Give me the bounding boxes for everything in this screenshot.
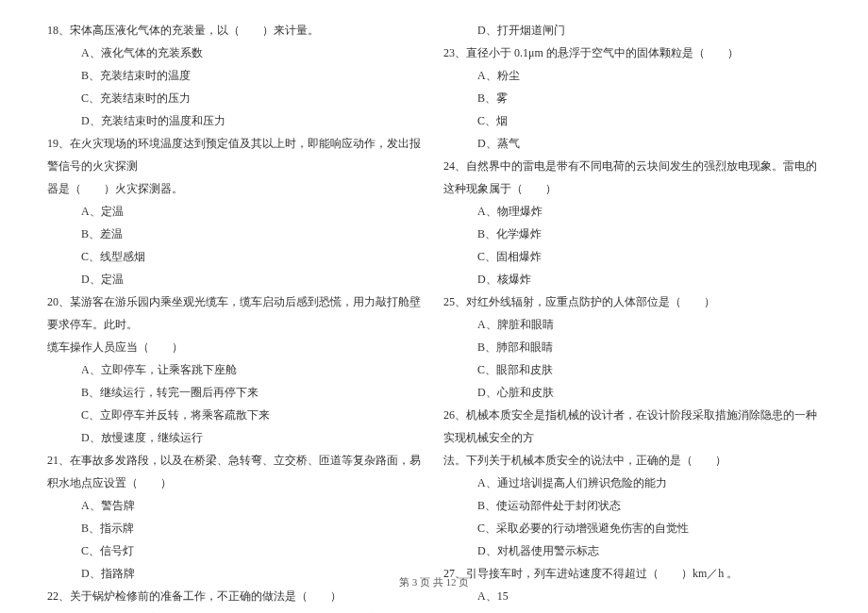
q18-text: 18、宋体高压液化气体的充装量，以（ ）来计量。: [47, 19, 425, 41]
q24-opt-b: B、化学爆炸: [443, 223, 821, 245]
q20-opt-b: B、继续运行，转完一圈后再停下来: [47, 381, 425, 404]
q19-opt-d: D、定温: [47, 268, 425, 290]
q19-opt-a: A、定温: [47, 200, 425, 223]
q21-opt-d: D、指路牌: [47, 562, 425, 585]
q23-text: 23、直径小于 0.1μm 的悬浮于空气中的固体颗粒是（ ）: [443, 41, 821, 64]
q24-opt-c: C、固相爆炸: [443, 245, 821, 268]
q18-opt-b: B、充装结束时的温度: [47, 64, 425, 87]
q20-line1: 20、某游客在游乐园内乘坐观光缆车，缆车启动后感到恐慌，用力敲打舱壁要求停车。此…: [47, 290, 425, 336]
q27-opt-a: A、15: [443, 585, 821, 607]
q27-text: 27、引导接车时，列车进站速度不得超过（ ）km／h 。: [443, 562, 821, 585]
q24-opt-a: A、物理爆炸: [443, 200, 821, 223]
q23-opt-b: B、雾: [443, 87, 821, 109]
q22-opt-d: D、打开烟道闸门: [443, 19, 821, 41]
q23-opt-c: C、烟: [443, 109, 821, 132]
exam-page: 18、宋体高压液化气体的充装量，以（ ）来计量。 A、液化气体的充装系数 B、充…: [0, 0, 868, 566]
q22-text: 22、关于锅炉检修前的准备工作，不正确的做法是（ ）: [47, 585, 425, 607]
q20-opt-c: C、立即停车并反转，将乘客疏散下来: [47, 404, 425, 426]
q21-opt-a: A、警告牌: [47, 494, 425, 517]
q26-opt-a: A、通过培训提高人们辨识危险的能力: [443, 472, 821, 494]
q21-opt-b: B、指示牌: [47, 517, 425, 539]
q19-line2: 器是（ ）火灾探测器。: [47, 177, 425, 200]
q26-opt-c: C、采取必要的行动增强避免伤害的自觉性: [443, 517, 821, 539]
q19-opt-c: C、线型感烟: [47, 245, 425, 268]
q24-opt-d: D、核爆炸: [443, 268, 821, 290]
q23-opt-a: A、粉尘: [443, 64, 821, 87]
q20-opt-a: A、立即停车，让乘客跳下座舱: [47, 358, 425, 381]
q25-opt-d: D、心脏和皮肤: [443, 381, 821, 404]
q18-opt-d: D、充装结束时的温度和压力: [47, 109, 425, 132]
q19-opt-b: B、差温: [47, 223, 425, 245]
q20-line2: 缆车操作人员应当（ ）: [47, 336, 425, 358]
left-column: 18、宋体高压液化气体的充装量，以（ ）来计量。 A、液化气体的充装系数 B、充…: [38, 19, 434, 566]
q26-line2: 法。下列关于机械本质安全的说法中，正确的是（ ）: [443, 449, 821, 472]
q25-text: 25、对红外线辐射，应重点防护的人体部位是（ ）: [443, 290, 821, 313]
right-column: D、打开烟道闸门 23、直径小于 0.1μm 的悬浮于空气中的固体颗粒是（ ） …: [434, 19, 830, 566]
q26-line1: 26、机械本质安全是指机械的设计者，在设计阶段采取措施消除隐患的一种实现机械安全…: [443, 404, 821, 449]
q18-opt-c: C、充装结束时的压力: [47, 87, 425, 109]
q23-opt-d: D、蒸气: [443, 132, 821, 155]
q24-text: 24、自然界中的雷电是带有不同电荷的云块间发生的强烈放电现象。雷电的这种现象属于…: [443, 155, 821, 200]
q25-opt-b: B、肺部和眼睛: [443, 336, 821, 358]
q21-opt-c: C、信号灯: [47, 539, 425, 562]
q22-opt-a: A、当锅水温度降到 80OC 以下时，把被检验锅炉上的各种门孔打开: [47, 607, 425, 613]
q21-text: 21、在事故多发路段，以及在桥梁、急转弯、立交桥、匝道等复杂路面，易积水地点应设…: [47, 449, 425, 494]
q26-opt-d: D、对机器使用警示标志: [443, 539, 821, 562]
q25-opt-c: C、眼部和皮肤: [443, 358, 821, 381]
q27-opt-b: B、20: [443, 607, 821, 613]
q25-opt-a: A、脾脏和眼睛: [443, 313, 821, 336]
q20-opt-d: D、放慢速度，继续运行: [47, 426, 425, 449]
q19-line1: 19、在火灾现场的环境温度达到预定值及其以上时，即能响应动作，发出报警信号的火灾…: [47, 132, 425, 177]
q26-opt-b: B、使运动部件处于封闭状态: [443, 494, 821, 517]
q18-opt-a: A、液化气体的充装系数: [47, 41, 425, 64]
